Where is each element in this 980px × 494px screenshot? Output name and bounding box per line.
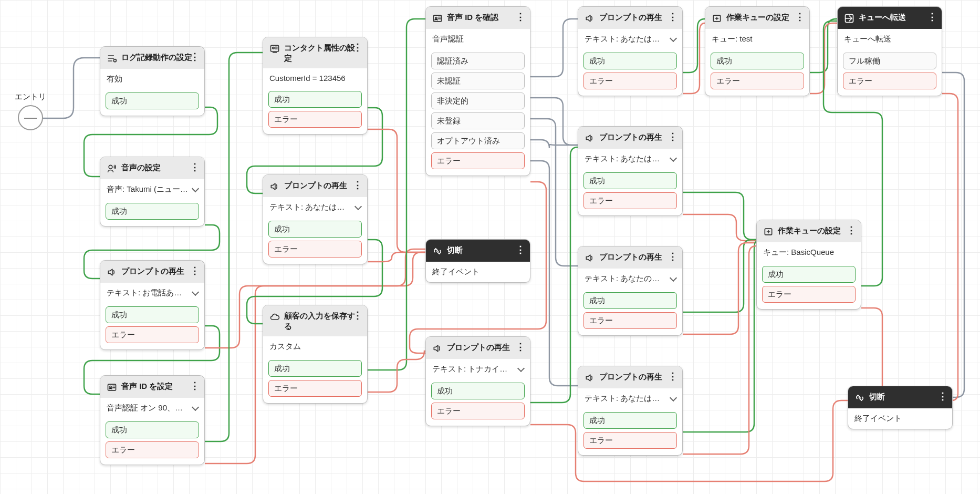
chevron-down-icon[interactable] [671, 274, 676, 283]
port[interactable]: 成功 [106, 306, 199, 323]
node-prompt2[interactable]: プロンプトの再生テキスト: あなたはトナカ...成功エラー [263, 174, 368, 264]
more-icon[interactable] [668, 11, 677, 23]
node-header[interactable]: 顧客の入力を保存する [263, 305, 367, 336]
node-setvid[interactable]: 音声 ID を設定音声認証 オン 90、不正...成功エラー [100, 375, 205, 465]
node-queue2[interactable]: 作業キューの設定キュー: BasicQueue成功エラー [756, 220, 861, 310]
node-transfer[interactable]: キューへ転送キューへ転送フル稼働エラー [837, 6, 942, 96]
node-header[interactable]: プロンプトの再生 [426, 337, 530, 359]
more-icon[interactable] [668, 131, 677, 143]
node-queue1[interactable]: 作業キューの設定キュー: test成功エラー [705, 6, 810, 96]
port[interactable]: エラー [106, 326, 199, 343]
node-header[interactable]: 音声 ID を確認 [426, 7, 530, 29]
port[interactable]: エラー [583, 192, 677, 209]
port[interactable]: 成功 [268, 91, 362, 108]
more-icon[interactable] [938, 390, 947, 403]
more-icon[interactable] [190, 161, 199, 173]
node-voice[interactable]: 音声の設定音声: Takumi (ニューラル...成功 [100, 157, 205, 227]
more-icon[interactable] [668, 370, 677, 383]
entry-node[interactable]: エントリ [12, 92, 49, 130]
node-body: 音声認証 オン 90、不正... [100, 398, 204, 418]
chevron-down-icon[interactable] [671, 35, 676, 44]
node-header[interactable]: プロンプトの再生 [578, 246, 682, 269]
node-header[interactable]: 音声 ID を設定 [100, 376, 204, 398]
node-contact[interactable]: コンタクト属性の設定CustomerId = 123456成功エラー [263, 37, 368, 135]
port[interactable]: エラー [762, 286, 856, 303]
port[interactable]: 成功 [583, 292, 677, 309]
port[interactable]: 成功 [583, 412, 677, 429]
port[interactable]: 成功 [268, 221, 362, 238]
port[interactable]: 成功 [431, 383, 525, 399]
node-header[interactable]: プロンプトの再生 [578, 366, 682, 388]
node-header[interactable]: コンタクト属性の設定 [263, 37, 367, 68]
node-promptB[interactable]: プロンプトの再生テキスト: あなたは登録済...成功エラー [578, 126, 683, 216]
chevron-down-icon[interactable] [193, 404, 198, 413]
more-icon[interactable] [668, 251, 677, 263]
node-logging[interactable]: ログ記録動作の設定有効成功 [100, 46, 205, 116]
chevron-down-icon[interactable] [671, 394, 676, 403]
node-header[interactable]: プロンプトの再生 [578, 127, 682, 149]
port[interactable]: エラー [583, 432, 677, 449]
port[interactable]: エラー [431, 403, 525, 419]
node-header[interactable]: プロンプトの再生 [100, 261, 204, 283]
port[interactable]: エラー [583, 73, 677, 89]
port[interactable]: エラー [106, 441, 199, 458]
port[interactable]: 成功 [268, 360, 362, 377]
node-header[interactable]: 切断 [848, 386, 952, 408]
port[interactable]: エラー [268, 380, 362, 397]
port[interactable]: 成功 [106, 421, 199, 438]
port[interactable]: エラー [431, 152, 525, 169]
more-icon[interactable] [353, 179, 362, 191]
node-promptA[interactable]: プロンプトの再生テキスト: あなたはトナカ...成功エラー [578, 6, 683, 96]
port[interactable]: 成功 [106, 203, 199, 220]
node-header[interactable]: プロンプトの再生 [578, 7, 682, 29]
port[interactable]: 認証済み [431, 53, 525, 69]
port[interactable]: フル稼働 [843, 53, 936, 69]
node-disc1[interactable]: 切断終了イベント [425, 239, 530, 283]
chevron-down-icon[interactable] [193, 185, 198, 194]
node-header[interactable]: 音声の設定 [100, 157, 204, 179]
node-checkvid[interactable]: 音声 ID を確認音声認証認証済み未認証非決定的未登録オプトアウト済みエラー [425, 6, 530, 176]
node-header[interactable]: 作業キューの設定 [705, 7, 809, 29]
node-header[interactable]: ログ記録動作の設定 [100, 47, 204, 69]
port[interactable]: エラー [711, 73, 804, 89]
chevron-down-icon[interactable] [193, 289, 198, 297]
node-header[interactable]: キューへ転送 [838, 7, 942, 29]
more-icon[interactable] [190, 380, 199, 392]
node-prompt1[interactable]: プロンプトの再生テキスト: お電話ありがと...成功エラー [100, 260, 205, 350]
chevron-down-icon[interactable] [671, 155, 676, 163]
more-icon[interactable] [353, 310, 362, 322]
node-promptC[interactable]: プロンプトの再生テキスト: あなたのトナカ...成功エラー [578, 246, 683, 336]
port[interactable]: エラー [843, 73, 936, 89]
more-icon[interactable] [190, 265, 199, 277]
port[interactable]: 未登録 [431, 112, 525, 129]
chevron-down-icon[interactable] [518, 365, 524, 374]
node-header[interactable]: プロンプトの再生 [263, 175, 367, 197]
port[interactable]: 成功 [583, 172, 677, 189]
node-store[interactable]: 顧客の入力を保存するカスタム成功エラー [263, 305, 368, 404]
port[interactable]: オプトアウト済み [431, 132, 525, 149]
node-disc2[interactable]: 切断終了イベント [848, 386, 953, 429]
more-icon[interactable] [795, 11, 804, 23]
node-header[interactable]: 作業キューの設定 [757, 220, 861, 242]
chevron-down-icon[interactable] [356, 203, 361, 212]
more-icon[interactable] [847, 224, 856, 236]
flow-canvas[interactable]: エントリ ログ記録動作の設定有効成功音声の設定音声: Takumi (ニューラル… [0, 0, 980, 494]
port[interactable]: 成功 [711, 53, 804, 69]
port[interactable]: 未認証 [431, 73, 525, 89]
port[interactable]: 成功 [106, 92, 199, 109]
node-header[interactable]: 切断 [426, 240, 530, 262]
port[interactable]: 成功 [762, 266, 856, 283]
port[interactable]: 成功 [583, 53, 677, 69]
port[interactable]: エラー [268, 241, 362, 258]
more-icon[interactable] [516, 11, 525, 23]
more-icon[interactable] [353, 42, 362, 54]
port[interactable]: エラー [268, 111, 362, 128]
port[interactable]: 非決定的 [431, 92, 525, 109]
node-prompt3[interactable]: プロンプトの再生テキスト: トナカイ確認が...成功エラー [425, 336, 530, 426]
node-promptD[interactable]: プロンプトの再生テキスト: あなたはトナカ...成功エラー [578, 366, 683, 456]
more-icon[interactable] [927, 11, 936, 23]
more-icon[interactable] [190, 51, 199, 63]
more-icon[interactable] [516, 244, 525, 256]
more-icon[interactable] [516, 341, 525, 353]
port[interactable]: エラー [583, 312, 677, 329]
